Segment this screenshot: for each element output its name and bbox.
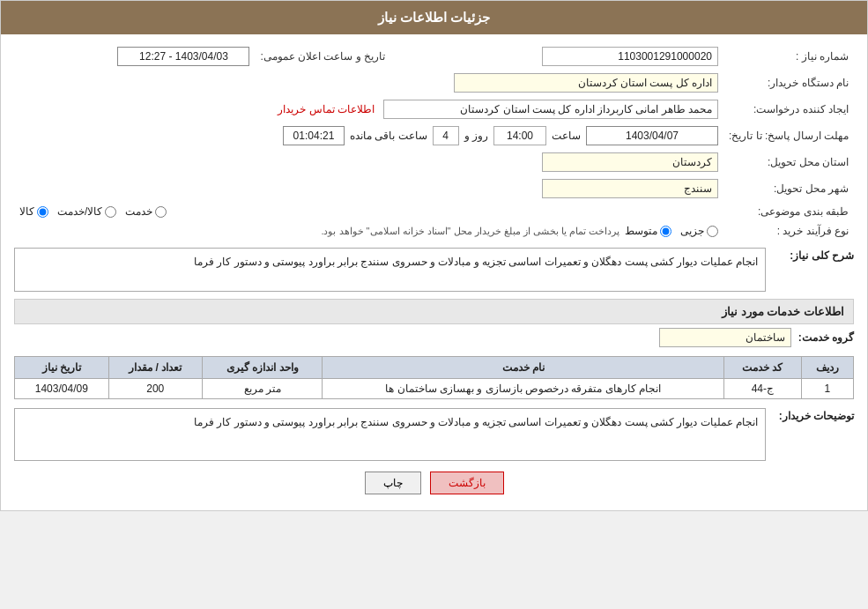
buyer-desc-row: توضیحات خریدار: انجام عملیات دیوار کشی پ… bbox=[14, 408, 854, 461]
purchase-note: پرداخت تمام یا بخشی از مبلغ خریدار محل "… bbox=[321, 226, 619, 237]
services-section-title: اطلاعات خدمات مورد نیاز bbox=[14, 299, 854, 324]
print-button[interactable]: چاپ bbox=[365, 472, 421, 494]
reply-remaining-label: ساعت باقی مانده bbox=[350, 130, 427, 142]
reply-time: 14:00 bbox=[493, 126, 546, 145]
city-label: شهر محل تحویل: bbox=[723, 175, 854, 202]
category-khedmat[interactable]: خدمت bbox=[125, 205, 167, 218]
col-date: تاریخ نیاز bbox=[15, 357, 109, 379]
creator-label: ایجاد کننده درخواست: bbox=[723, 96, 854, 123]
buyer-name-label: نام دستگاه خریدار: bbox=[723, 70, 854, 96]
buyer-desc-value: انجام عملیات دیوار کشی پست دهگلان و تعمی… bbox=[14, 408, 766, 461]
need-description-value: انجام عملیات دیوار کشی پست دهگلان و تعمی… bbox=[14, 248, 766, 292]
services-table: ردیف کد خدمت نام خدمت واحد اندازه گیری ت… bbox=[14, 356, 854, 399]
back-button[interactable]: بازگشت bbox=[430, 472, 504, 494]
reply-remaining: 01:04:21 bbox=[283, 126, 345, 145]
need-number-label: شماره نیاز : bbox=[723, 43, 854, 70]
reply-time-label: ساعت bbox=[552, 130, 581, 142]
service-group-value: ساختمان bbox=[659, 328, 791, 347]
table-row: 1ج-44انجام کارهای متفرقه درخصوص بازسازی … bbox=[15, 379, 854, 399]
col-row-number: ردیف bbox=[801, 357, 853, 379]
service-group-row: گروه خدمت: ساختمان bbox=[14, 328, 854, 347]
reply-days: 4 bbox=[433, 126, 459, 145]
col-quantity: تعداد / مقدار bbox=[108, 357, 202, 379]
purchase-type-row: متوسط جزیی پرداخت تمام یا بخشی از مبلغ خ… bbox=[14, 221, 723, 241]
category-radios: کالا کالا/خدمت خدمت bbox=[14, 202, 723, 221]
category-kala[interactable]: کالا bbox=[19, 205, 48, 218]
need-description-row: شرح کلی نیاز: انجام عملیات دیوار کشی پست… bbox=[14, 248, 854, 292]
services-section: ردیف کد خدمت نام خدمت واحد اندازه گیری ت… bbox=[14, 356, 854, 399]
col-unit: واحد اندازه گیری bbox=[203, 357, 323, 379]
main-content: شماره نیاز : 1103001291000020 تاریخ و سا… bbox=[1, 34, 867, 510]
page-wrapper: جزئیات اطلاعات نیاز شماره نیاز : 1103001… bbox=[0, 0, 868, 511]
col-service-name: نام خدمت bbox=[323, 357, 724, 379]
creator-value: محمد طاهر امانی کاربرداز اداره کل پست اس… bbox=[14, 96, 723, 123]
purchase-jozi[interactable]: جزیی bbox=[680, 225, 718, 237]
city-value: سنندج bbox=[14, 175, 723, 202]
purchase-type-label: نوع فرآیند خرید : bbox=[723, 221, 854, 241]
reply-date: 1403/04/07 bbox=[586, 126, 718, 145]
col-service-code: کد خدمت bbox=[724, 357, 802, 379]
contact-link[interactable]: اطلاعات تماس خریدار bbox=[278, 103, 375, 115]
buyer-name-value: اداره کل پست استان کردستان bbox=[14, 70, 723, 96]
announcement-value: 1403/04/03 - 12:27 bbox=[14, 43, 255, 70]
service-group-label: گروه خدمت: bbox=[798, 331, 854, 344]
province-label: استان محل تحویل: bbox=[723, 149, 854, 175]
buttons-row: بازگشت چاپ bbox=[14, 472, 854, 494]
reply-deadline-label: مهلت ارسال پاسخ: تا تاریخ: bbox=[723, 123, 854, 149]
reply-deadline-row: 1403/04/07 ساعت 14:00 روز و 4 ساعت باقی … bbox=[14, 123, 723, 149]
announcement-label: تاریخ و ساعت اعلان عمومی: bbox=[255, 43, 390, 70]
need-description-label: شرح کلی نیاز: bbox=[775, 248, 854, 262]
category-label: طبقه بندی موضوعی: bbox=[723, 202, 854, 221]
purchase-motavasset[interactable]: متوسط bbox=[625, 225, 671, 237]
reply-days-label: روز و bbox=[464, 130, 488, 142]
page-title: جزئیات اطلاعات نیاز bbox=[1, 1, 867, 34]
province-value: کردستان bbox=[14, 149, 723, 175]
info-table-top: شماره نیاز : 1103001291000020 تاریخ و سا… bbox=[14, 43, 854, 241]
category-kala-khedmat[interactable]: کالا/خدمت bbox=[57, 205, 116, 218]
need-number-value: 1103001291000020 bbox=[408, 43, 723, 70]
buyer-desc-label: توضیحات خریدار: bbox=[775, 408, 854, 422]
